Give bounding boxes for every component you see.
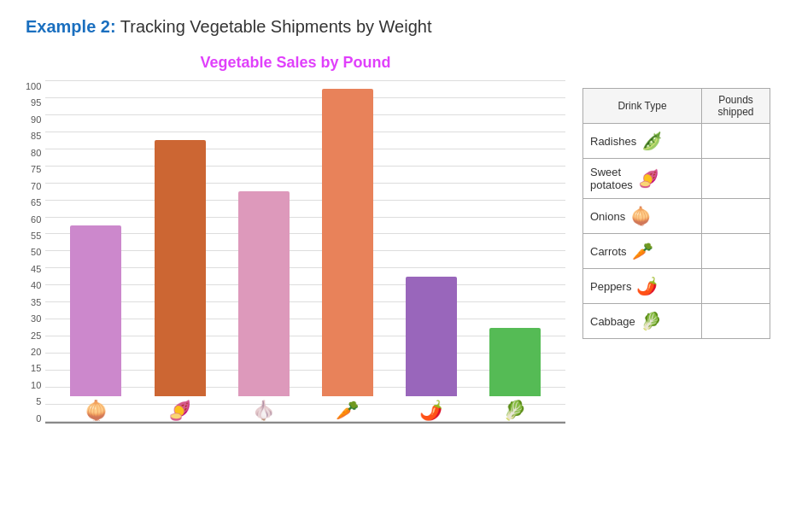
pounds-cell	[702, 124, 770, 159]
table-row: Carrots🥕	[583, 234, 770, 269]
bar-wrapper: 🌶️	[406, 80, 457, 422]
veg-name: Peppers	[590, 280, 631, 293]
pounds-cell	[702, 269, 770, 304]
y-axis-label: 50	[31, 248, 41, 257]
title-bold: Example 2:	[26, 17, 116, 36]
y-axis-label: 90	[31, 115, 41, 125]
pounds-cell	[702, 159, 770, 199]
y-axis-label: 40	[31, 281, 41, 290]
table-row: Onions🧅	[583, 199, 770, 234]
bar-garlic	[238, 191, 290, 396]
content-area: Vegetable Sales by Pound 100959085807570…	[26, 54, 770, 424]
table-row: Cabbage🥬	[583, 304, 770, 339]
bar-cabbage	[489, 328, 541, 396]
y-axis-label: 25	[31, 331, 41, 341]
bar-peppers	[406, 277, 457, 396]
veg-name-cell: Cabbage🥬	[583, 304, 702, 339]
bar-sweet-potatoes	[155, 140, 206, 396]
veg-name-cell: Radishes🫛	[583, 124, 702, 159]
y-axis-label: 5	[36, 397, 41, 406]
y-axis-label: 10	[31, 381, 41, 390]
bar-radishes	[70, 225, 121, 396]
bar-wrapper: 🥕	[322, 80, 373, 422]
veg-name: Sweet potatoes	[590, 166, 633, 191]
y-axis-label: 75	[31, 165, 41, 174]
bar-wrapper: 🍠	[155, 80, 206, 422]
veg-name: Radishes	[590, 135, 636, 148]
title-rest: Tracking Vegetable Shipments by Weight	[116, 17, 432, 36]
y-axis-label: 80	[31, 149, 41, 158]
bar-icon: 🥕	[336, 400, 359, 422]
page-container: Example 2: Tracking Vegetable Shipments …	[0, 0, 796, 532]
table-row: Sweet potatoes🍠	[583, 159, 770, 199]
veg-name: Cabbage	[590, 315, 635, 328]
veg-name: Onions	[590, 210, 625, 223]
y-axis-label: 55	[31, 231, 41, 241]
table-container: Drink Type Pounds shipped Radishes🫛Sweet…	[582, 88, 770, 339]
chart-area: 1009590858075706560555045403530252015105…	[26, 80, 565, 424]
y-axis-label: 35	[31, 298, 41, 307]
y-axis-label: 100	[26, 82, 41, 91]
veg-table-icon: 🫛	[641, 131, 663, 151]
bar-wrapper: 🥬	[489, 80, 541, 422]
chart-container: Vegetable Sales by Pound 100959085807570…	[26, 54, 565, 424]
bar-icon: 🥬	[503, 400, 526, 422]
veg-name-cell: Onions🧅	[583, 199, 702, 234]
y-axis-label: 70	[31, 182, 41, 191]
y-axis-label: 20	[31, 348, 41, 357]
pounds-cell	[702, 234, 770, 269]
y-axis-label: 45	[31, 265, 41, 274]
y-axis-label: 30	[31, 314, 41, 324]
bar-icon: 🍠	[168, 400, 191, 422]
y-axis-label: 60	[31, 215, 41, 225]
y-axis-label: 85	[31, 132, 41, 141]
col2-header: Pounds shipped	[702, 89, 770, 124]
veg-table-icon: 🥬	[641, 311, 662, 331]
veg-name-cell: Carrots🥕	[583, 234, 702, 269]
bars-row: 🧅🍠🧄🥕🌶️🥬	[45, 80, 565, 422]
y-axis-label: 65	[31, 198, 41, 208]
bar-icon: 🌶️	[419, 400, 442, 422]
pounds-cell	[702, 199, 770, 234]
chart-body: 🧅🍠🧄🥕🌶️🥬	[45, 80, 565, 424]
veg-table-icon: 🥕	[632, 241, 653, 261]
table-row: Radishes🫛	[583, 124, 770, 159]
bar-icon: 🧄	[252, 400, 275, 422]
pounds-cell	[702, 304, 770, 339]
col1-header: Drink Type	[583, 89, 702, 124]
x-axis-line	[45, 422, 565, 424]
y-axis: 1009590858075706560555045403530252015105…	[26, 82, 45, 424]
bar-icon: 🧅	[85, 400, 108, 422]
y-axis-label: 0	[36, 414, 41, 424]
grid-and-bars: 🧅🍠🧄🥕🌶️🥬	[45, 80, 565, 422]
vegetable-table: Drink Type Pounds shipped Radishes🫛Sweet…	[582, 88, 770, 339]
veg-table-icon: 🌶️	[636, 276, 658, 296]
bar-carrots	[322, 89, 373, 396]
veg-name-cell: Sweet potatoes🍠	[583, 159, 702, 199]
veg-table-icon: 🧅	[630, 206, 652, 226]
veg-table-icon: 🍠	[638, 168, 659, 189]
veg-name: Carrots	[590, 245, 627, 258]
veg-name-cell: Peppers🌶️	[583, 269, 702, 304]
bar-wrapper: 🧅	[70, 80, 121, 422]
y-axis-label: 15	[31, 364, 41, 373]
table-row: Peppers🌶️	[583, 269, 770, 304]
page-title: Example 2: Tracking Vegetable Shipments …	[26, 17, 770, 37]
bar-wrapper: 🧄	[238, 80, 290, 422]
y-axis-label: 95	[31, 98, 41, 108]
chart-title: Vegetable Sales by Pound	[200, 54, 390, 72]
